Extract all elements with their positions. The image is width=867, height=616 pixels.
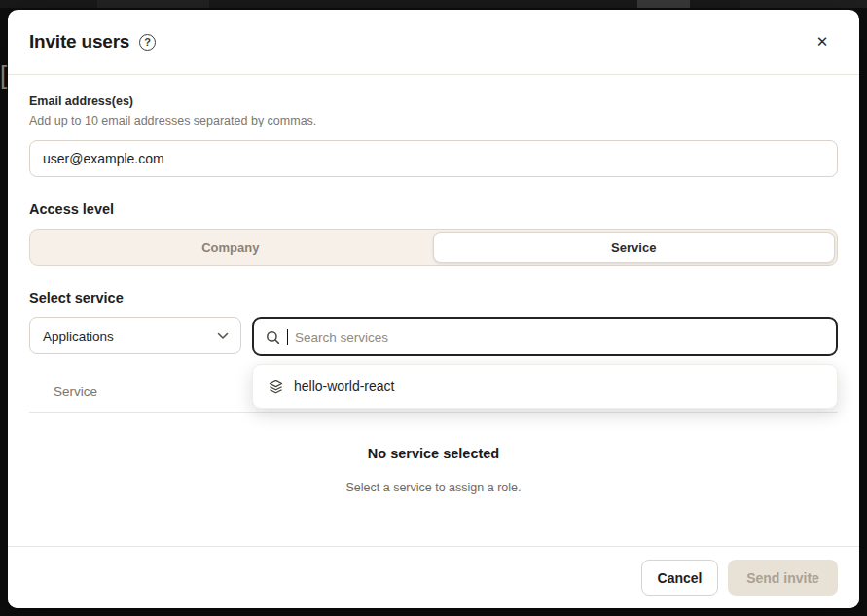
service-search-input[interactable]: Search services	[252, 317, 838, 356]
select-service-row: Applications Search services	[29, 317, 838, 356]
close-icon[interactable]: ✕	[809, 28, 836, 55]
email-help-text: Add up to 10 email addresses separated b…	[29, 114, 838, 127]
send-invite-button[interactable]: Send invite	[728, 560, 838, 596]
search-results-dropdown: hello-world-react	[252, 364, 838, 409]
search-placeholder: Search services	[295, 330, 388, 344]
chevron-down-icon	[217, 332, 229, 340]
modal-header: Invite users ? ✕	[8, 10, 859, 74]
text-cursor	[287, 329, 288, 345]
modal-title: Invite users	[29, 31, 129, 53]
access-level-toggle: Company Service	[29, 229, 838, 266]
service-result-label: hello-world-react	[294, 379, 394, 394]
empty-state-subtitle: Select a service to assign a role.	[29, 481, 838, 494]
cancel-button[interactable]: Cancel	[641, 560, 718, 596]
background-topbar	[0, 0, 867, 8]
empty-state: No service selected Select a service to …	[29, 446, 838, 494]
invite-users-modal: Invite users ? ✕ Email address(es) Add u…	[8, 10, 859, 608]
service-type-dropdown-value: Applications	[43, 329, 114, 344]
access-level-label: Access level	[29, 201, 838, 217]
service-result-item[interactable]: hello-world-react	[257, 369, 833, 404]
access-level-company-option[interactable]: Company	[30, 230, 431, 265]
background-panel	[740, 0, 867, 8]
background-button	[637, 0, 690, 8]
email-input[interactable]	[29, 140, 838, 177]
modal-footer: Cancel Send invite	[8, 546, 859, 608]
access-level-service-option[interactable]: Service	[433, 232, 836, 263]
modal-body: Email address(es) Add up to 10 email add…	[8, 75, 859, 494]
service-column-header: Service	[54, 384, 97, 399]
search-icon	[266, 330, 280, 344]
select-service-label: Select service	[29, 290, 838, 306]
layers-icon	[269, 380, 283, 394]
table-divider	[29, 412, 838, 413]
empty-state-title: No service selected	[29, 446, 838, 461]
background-clipped-text: [	[0, 60, 7, 91]
help-icon[interactable]: ?	[139, 34, 156, 51]
service-type-dropdown[interactable]: Applications	[29, 317, 241, 354]
background-nav-item	[97, 0, 209, 8]
email-label: Email address(es)	[29, 94, 838, 108]
